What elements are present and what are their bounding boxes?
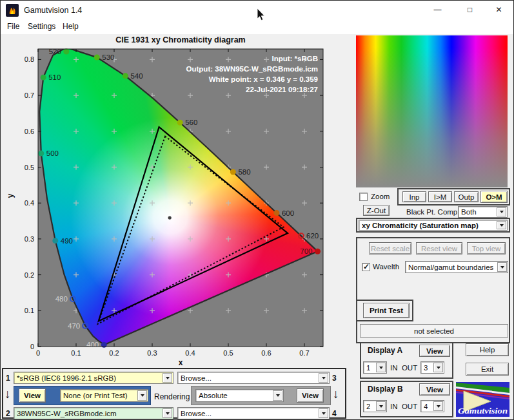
display-b-title: Display B xyxy=(368,385,403,394)
maximize-button[interactable]: □ xyxy=(455,1,484,19)
outp-button[interactable]: Outp xyxy=(454,191,479,202)
black-pt-comp-select[interactable]: Both xyxy=(458,206,508,218)
dropdown-arrow-icon[interactable] xyxy=(319,373,328,383)
svg-text:0.3: 0.3 xyxy=(147,349,157,357)
svg-text:0.6: 0.6 xyxy=(261,349,271,357)
black-pt-comp-label: Black Pt. Comp. xyxy=(406,208,459,216)
o-to-m-button[interactable]: O>M xyxy=(480,191,508,203)
z-out-button[interactable]: Z-Out xyxy=(363,205,390,216)
top-view-button[interactable]: Top view xyxy=(467,242,506,254)
display-b-view-button[interactable]: View xyxy=(419,383,450,396)
dropdown-arrow-icon[interactable] xyxy=(273,390,282,401)
dropdown-arrow-icon[interactable] xyxy=(376,401,386,411)
display-a-title: Display A xyxy=(368,346,402,355)
rendering-intent-value: Absolute xyxy=(199,392,228,399)
menu-help[interactable]: Help xyxy=(63,22,79,31)
annotation-timestamp: 22-Jul-2021 09:18:27 xyxy=(117,84,318,95)
close-button[interactable]: ✕ xyxy=(484,1,513,19)
app-icon xyxy=(6,4,19,17)
display-b-out-value: 4 xyxy=(424,403,428,410)
svg-text:0.1: 0.1 xyxy=(71,349,81,357)
display-a-in-select[interactable]: 1 xyxy=(363,361,387,374)
dropdown-arrow-icon[interactable] xyxy=(137,390,147,401)
plot-annotations: Input: *sRGB Output: 38WN95C-W_sRGBmode.… xyxy=(117,53,318,95)
flow-down-arrow-left: ↓ xyxy=(5,387,11,401)
rendering-intent-select[interactable]: Absolute xyxy=(195,389,284,402)
display-b-inout-label: IN OUT xyxy=(390,403,417,410)
browse-3-select[interactable]: Browse... xyxy=(177,372,330,384)
reset-scale-button[interactable]: Reset scale xyxy=(369,242,411,254)
close-icon: ✕ xyxy=(495,5,502,14)
zoom-checkbox-label: Zoom xyxy=(371,193,390,200)
i-to-m-button[interactable]: I>M xyxy=(428,191,452,202)
display-a-out-value: 3 xyxy=(424,364,428,372)
output-profile-select[interactable]: 38WN95C-W_sRGBmode.icm xyxy=(14,407,173,419)
slot-3-number: 3 xyxy=(332,374,337,383)
dropdown-arrow-icon[interactable] xyxy=(163,408,172,418)
svg-text:0.6: 0.6 xyxy=(25,128,34,135)
inp-button[interactable]: Inp xyxy=(402,191,426,202)
dropdown-arrow-icon[interactable] xyxy=(433,363,443,372)
input-profile-select[interactable]: *sRGB (IEC6 1996-2.1 sRGB) xyxy=(14,372,173,384)
wavelth-checkbox-label: Wavelth xyxy=(373,263,399,271)
minimize-button[interactable]: — xyxy=(423,1,452,19)
menu-settings[interactable]: Settings xyxy=(28,22,55,31)
flow-down-arrow-right: ↓ xyxy=(333,387,339,401)
dropdown-arrow-icon[interactable] xyxy=(497,221,506,229)
boundaries-select[interactable]: Normal/gamut boundaries xyxy=(405,261,508,273)
view-b-button[interactable]: View xyxy=(297,388,324,403)
output-profile-value: 38WN95C-W_sRGBmode.icm xyxy=(17,410,117,417)
slot-4-number: 4 xyxy=(332,409,337,418)
slot-1-number: 1 xyxy=(6,374,10,383)
exit-button[interactable]: Exit xyxy=(466,363,509,376)
annotation-output: Output: 38WN95C-W_sRGBmode.icm xyxy=(117,64,318,74)
minimize-icon: — xyxy=(434,5,442,14)
print-test-button[interactable]: Print Test xyxy=(363,303,410,318)
gamutvision-logo: Gamutvision xyxy=(456,382,509,417)
view-a-button[interactable]: View xyxy=(19,388,46,403)
display-b-in-value: 2 xyxy=(366,403,370,410)
wavelth-checkbox[interactable] xyxy=(362,263,370,271)
dropdown-arrow-icon[interactable] xyxy=(376,363,386,372)
annotation-input: Input: *sRGB xyxy=(117,53,318,64)
mouse-cursor xyxy=(257,8,267,24)
display-map-select[interactable]: xy Chromaticity (Saturation map) xyxy=(359,220,508,231)
hue-saturation-preview xyxy=(356,35,508,187)
display-a-inout-label: IN OUT xyxy=(390,364,417,372)
annotation-white-point: White point: x = 0.346 y = 0.359 xyxy=(117,74,318,84)
svg-text:0.1: 0.1 xyxy=(25,307,34,314)
display-map-value: xy Chromaticity (Saturation map) xyxy=(362,222,479,229)
logo-text: Gamutvision xyxy=(458,406,508,415)
dropdown-arrow-icon[interactable] xyxy=(497,262,507,272)
svg-text:0: 0 xyxy=(36,349,40,357)
menu-file[interactable]: File xyxy=(7,22,19,31)
svg-text:0.3: 0.3 xyxy=(25,235,34,243)
svg-text:0: 0 xyxy=(30,343,34,350)
black-pt-comp-value: Both xyxy=(461,208,477,216)
boundaries-value: Normal/gamut boundaries xyxy=(408,263,493,271)
display-b-in-select[interactable]: 2 xyxy=(363,400,387,412)
map-none-select[interactable]: None (or Print Test) xyxy=(60,389,148,402)
app-window: Gamutvision 1.4 — □ ✕ File Settings Help… xyxy=(0,0,514,420)
svg-text:0.5: 0.5 xyxy=(25,164,34,171)
svg-text:0.4: 0.4 xyxy=(25,199,34,207)
browse-4-select[interactable]: Browse... xyxy=(177,407,330,419)
svg-text:0.2: 0.2 xyxy=(25,271,34,279)
display-a-view-button[interactable]: View xyxy=(419,345,450,357)
display-a-in-value: 1 xyxy=(366,364,370,372)
dropdown-arrow-icon[interactable] xyxy=(163,373,172,383)
dropdown-arrow-icon[interactable] xyxy=(497,207,506,216)
zoom-checkbox[interactable] xyxy=(359,193,368,201)
input-profile-value: *sRGB (IEC6 1996-2.1 sRGB) xyxy=(17,374,116,382)
x-axis-label: x xyxy=(38,358,323,367)
display-b-out-select[interactable]: 4 xyxy=(420,400,444,412)
help-button[interactable]: Help xyxy=(466,343,509,356)
display-a-out-select[interactable]: 3 xyxy=(420,361,444,374)
slot-2-number: 2 xyxy=(6,409,10,418)
maximize-icon: □ xyxy=(468,5,472,14)
dropdown-arrow-icon[interactable] xyxy=(433,401,443,411)
y-axis-label: y xyxy=(6,194,15,198)
svg-text:0.7: 0.7 xyxy=(25,91,34,99)
reset-view-button[interactable]: Reset view xyxy=(416,242,462,254)
dropdown-arrow-icon[interactable] xyxy=(319,408,328,418)
